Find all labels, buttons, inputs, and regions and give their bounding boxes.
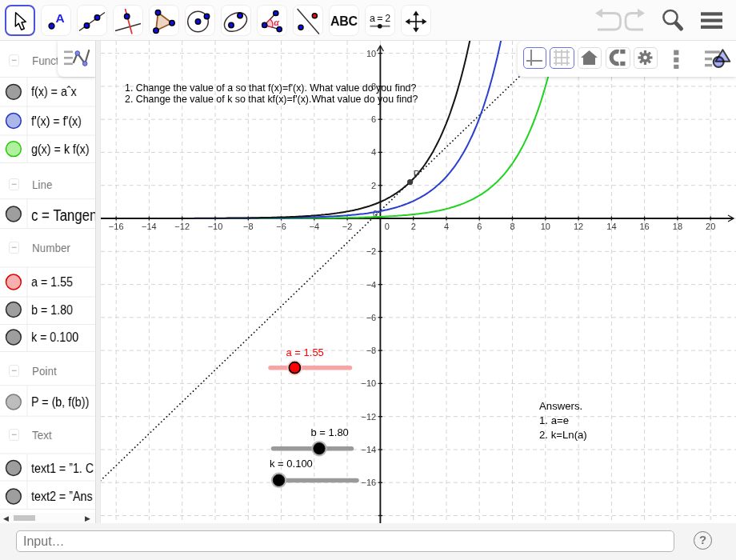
svg-text:6: 6	[477, 222, 482, 231]
svg-text:−12: −12	[174, 222, 190, 231]
svg-text:b = 1.80: b = 1.80	[311, 426, 349, 438]
svg-text:P: P	[414, 169, 420, 180]
svg-text:4: 4	[371, 147, 376, 157]
svg-text:−8: −8	[243, 222, 254, 231]
svg-text:2: 2	[371, 181, 376, 190]
svg-text:a = 1.55: a = 1.55	[286, 346, 324, 358]
svg-text:−6: −6	[276, 222, 286, 231]
svg-text:−16: −16	[362, 478, 377, 487]
svg-text:−12: −12	[362, 412, 377, 422]
svg-text:10: 10	[366, 49, 376, 58]
svg-text:−4: −4	[366, 280, 377, 290]
svg-text:12: 12	[574, 222, 583, 231]
svg-text:−10: −10	[208, 222, 223, 231]
svg-text:4: 4	[444, 222, 449, 231]
svg-text:6: 6	[371, 114, 376, 124]
svg-text:−2: −2	[366, 246, 377, 256]
svg-text:16: 16	[639, 222, 649, 231]
svg-text:−4: −4	[310, 222, 320, 231]
svg-text:18: 18	[673, 222, 682, 231]
svg-text:k = 0.100: k = 0.100	[270, 458, 313, 470]
svg-text:α: α	[274, 17, 280, 28]
svg-text:A: A	[56, 10, 65, 24]
svg-text:−16: −16	[109, 222, 124, 231]
svg-text:−14: −14	[142, 222, 157, 231]
svg-text:2: 2	[411, 222, 416, 231]
svg-text:−6: −6	[366, 313, 377, 322]
svg-text:a = 2: a = 2	[370, 13, 390, 24]
svg-text:−2: −2	[342, 222, 353, 231]
svg-text:14: 14	[606, 222, 616, 231]
svg-text:0: 0	[385, 222, 390, 231]
svg-text:10: 10	[541, 222, 550, 231]
svg-text:ABC: ABC	[330, 14, 358, 28]
svg-text:−10: −10	[362, 378, 377, 388]
svg-text:−14: −14	[362, 445, 377, 454]
svg-text:−8: −8	[366, 346, 377, 355]
svg-text:8: 8	[510, 222, 514, 231]
svg-text:20: 20	[706, 222, 715, 231]
